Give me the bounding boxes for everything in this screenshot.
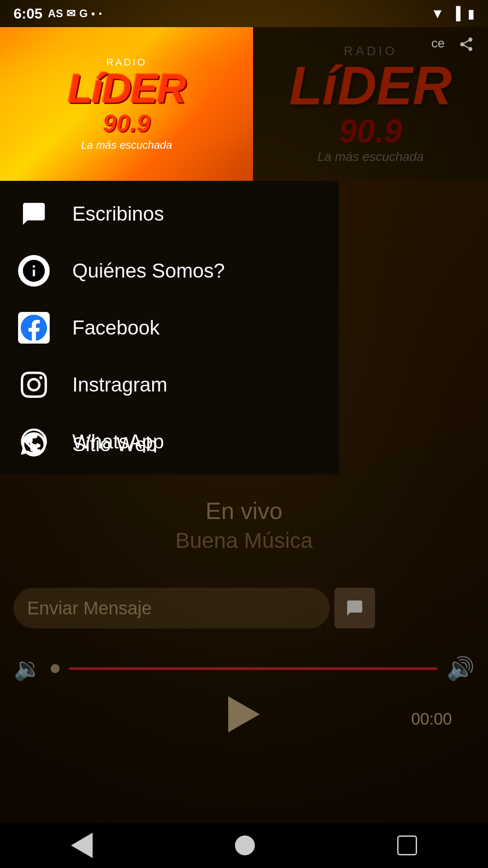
- menu-label-escribinos: Escribinos: [72, 203, 164, 225]
- instagram-icon: [18, 369, 50, 401]
- globe-icon: [18, 429, 50, 460]
- menu-item-instragram[interactable]: Instragram: [0, 356, 339, 413]
- menu-item-sitio-web[interactable]: Sitio Web: [0, 416, 253, 473]
- chat-icon: [18, 198, 50, 230]
- info-icon: [18, 255, 50, 287]
- drawer-overlay: Escribinos Quiénes Somos? Facebook: [0, 0, 488, 868]
- menu-item-quienes-somos[interactable]: Quiénes Somos?: [0, 242, 339, 299]
- menu-label-instragram: Instragram: [72, 373, 167, 396]
- menu-label-facebook: Facebook: [72, 316, 160, 339]
- menu-label-sitio-web: Sitio Web: [72, 433, 157, 456]
- menu-item-escribinos[interactable]: Escribinos: [0, 185, 339, 242]
- menu-label-quienes-somos: Quiénes Somos?: [72, 259, 225, 282]
- facebook-icon: [18, 312, 50, 344]
- menu-item-facebook[interactable]: Facebook: [0, 299, 339, 356]
